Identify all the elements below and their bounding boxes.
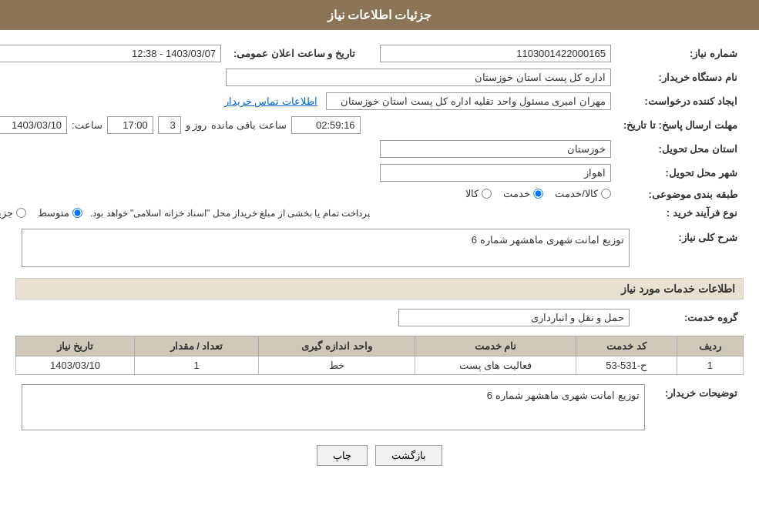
radio-khedmat[interactable]: خدمت [503,188,543,199]
services-section-title: اطلاعات خدمات مورد نیاز [15,278,744,299]
deadline-time-label: ساعت: [72,119,102,131]
col-date: تاریخ نیاز [16,336,135,356]
radio-kala[interactable]: کالا [465,188,492,199]
page-title: جزئیات اطلاعات نیاز [327,8,432,22]
radio-jozyi-input[interactable] [16,208,26,218]
purchase-type-row: پرداخت تمام یا بخشی از مبلغ خریداز محل "… [0,204,617,222]
need-number-value: 1103001422000165 [374,42,617,65]
province-value: خوزستان [0,137,617,161]
buyer-comments-table: توضیحات خریدار: توزیع امانت شهری ماهشهر … [15,381,744,433]
service-group-value: حمل و نقل و انبارداری [15,306,636,330]
announcement-date-label: تاریخ و ساعت اعلان عمومی: [227,42,361,65]
cell-code: ح-531-53 [576,356,677,375]
announcement-date-field: 1403/03/07 - 12:38 [0,45,221,62]
radio-mutawaset-input[interactable] [72,208,82,218]
service-group-label: گروه خدمت: [636,306,744,330]
cell-name: فعالیت های پست [415,356,576,375]
purchase-type-label: نوع فرآیند خرید : [617,204,744,222]
need-number-label: شماره نیاز: [617,42,744,65]
deadline-days-label: روز و [186,119,207,131]
general-desc-value: توزیع امانت شهری ماهشهر شماره 6 [15,226,636,270]
cell-row: 1 [677,356,743,375]
city-value: اهواز [0,161,617,185]
radio-jozyi[interactable]: جزیی [0,207,26,219]
col-name: نام خدمت [415,336,576,356]
radio-kala-label: کالا [465,188,479,199]
announcement-date-value: 1403/03/07 - 12:38 [0,42,227,65]
deadline-time-field: 17:00 [107,116,153,134]
category-options: کالا/خدمت خدمت کالا [0,185,617,204]
general-desc-table: شرح کلی نیاز: توزیع امانت شهری ماهشهر شم… [15,226,744,270]
creator-field: مهران امیری مسئول واحد تقلیه اداره کل پس… [326,92,611,110]
services-table: ردیف کد خدمت نام خدمت واحد اندازه گیری ت… [15,336,744,375]
creator-value: مهران امیری مسئول واحد تقلیه اداره کل پس… [0,89,617,113]
back-button[interactable]: بازگشت [375,445,442,466]
radio-kala-khedmat-label: کالا/خدمت [555,188,598,199]
deadline-remaining-field: 02:59:16 [291,116,361,134]
buyer-comments-field: توزیع امانت شهری ماهشهر شماره 6 [22,384,645,430]
city-label: شهر محل تحویل: [617,161,744,185]
service-group-field: حمل و نقل و انبارداری [398,309,630,326]
deadline-days-field: 3 [158,116,181,134]
deadline-remaining-label: ساعت باقی مانده [211,119,286,131]
radio-khedmat-label: خدمت [503,188,530,199]
buyer-comments-value: توزیع امانت شهری ماهشهر شماره 6 [15,381,651,433]
buyer-org-value: اداره کل پست استان خوزستان [0,65,617,89]
deadline-label: مهلت ارسال پاسخ: تا تاریخ: [617,113,744,137]
cell-date: 1403/03/10 [16,356,135,375]
col-quantity: تعداد / مقدار [135,336,259,356]
buyer-comments-label: توضیحات خریدار: [651,381,744,433]
page-wrapper: جزئیات اطلاعات نیاز شماره نیاز: 11030014… [0,0,759,532]
buyer-org-label: نام دستگاه خریدار: [617,65,744,89]
cell-quantity: 1 [135,356,259,375]
page-header: جزئیات اطلاعات نیاز [0,0,759,30]
radio-kala-input[interactable] [482,189,492,199]
province-field: خوزستان [380,140,611,158]
print-button[interactable]: چاپ [317,445,368,466]
col-code: کد خدمت [576,336,677,356]
col-unit: واحد اندازه گیری [259,336,415,356]
radio-mutawaset[interactable]: متوسط [38,207,82,219]
buyer-org-field: اداره کل پست استان خوزستان [226,69,611,86]
province-label: استان محل تحویل: [617,137,744,161]
radio-mutawaset-label: متوسط [38,207,69,219]
basic-info-table: شماره نیاز: 1103001422000165 تاریخ و ساع… [0,42,744,222]
radio-kala-khedmat[interactable]: کالا/خدمت [555,188,611,199]
radio-jozyi-label: جزیی [0,207,13,219]
city-field: اهواز [380,164,611,182]
category-label: طبقه بندی موضوعی: [617,185,744,204]
col-row: ردیف [677,336,743,356]
contact-link[interactable]: اطلاعات تماس خریدار [224,95,317,107]
need-number-field: 1103001422000165 [380,45,611,62]
main-content: شماره نیاز: 1103001422000165 تاریخ و ساع… [0,30,759,485]
deadline-row: 02:59:16 ساعت باقی مانده روز و 3 17:00 س… [0,113,617,137]
table-row: 1 ح-531-53 فعالیت های پست خط 1 1403/03/1… [16,356,744,375]
general-desc-field: توزیع امانت شهری ماهشهر شماره 6 [22,229,630,267]
cell-unit: خط [259,356,415,375]
purchase-note: پرداخت تمام یا بخشی از مبلغ خریداز محل "… [90,208,370,219]
deadline-date-field: 1403/03/10 [0,116,67,134]
creator-label: ایجاد کننده درخواست: [617,89,744,113]
radio-kala-khedmat-input[interactable] [601,189,611,199]
radio-khedmat-input[interactable] [533,189,543,199]
service-group-table: گروه خدمت: حمل و نقل و انبارداری [15,306,744,330]
button-row: بازگشت چاپ [15,445,744,466]
general-desc-label: شرح کلی نیاز: [636,226,744,270]
